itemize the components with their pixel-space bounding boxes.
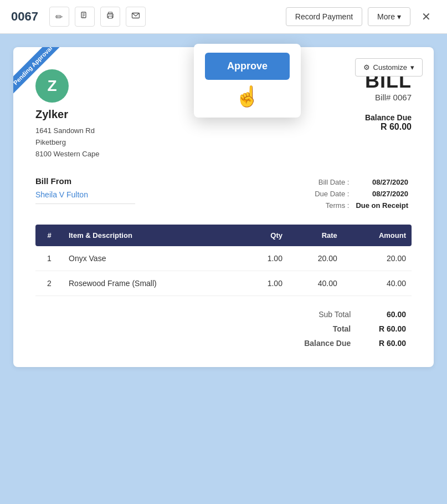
bill-from-section: Bill From Sheila V Fulton Bill Date : 08…: [35, 171, 412, 211]
item-amount: 40.00: [343, 271, 412, 296]
items-table: # Item & Description Qty Rate Amount 1 O…: [35, 225, 412, 296]
chevron-down-icon: ▾: [397, 12, 401, 21]
vendor-address-line1: 1641 Sandown Rd: [35, 125, 365, 137]
invoice-number: 0067: [11, 9, 38, 24]
col-header-rate: Rate: [288, 225, 343, 246]
col-header-num: #: [35, 225, 63, 246]
edit-button[interactable]: ✏: [49, 7, 69, 27]
vendor-address: 1641 Sandown Rd Piketberg 8100 Western C…: [35, 125, 365, 160]
approve-button[interactable]: Approve: [205, 53, 290, 80]
total-label: Total: [273, 322, 356, 336]
due-date-value: 08/27/2020: [352, 188, 412, 200]
bill-from-name[interactable]: Sheila V Fulton: [35, 190, 135, 204]
sub-total-label: Sub Total: [273, 307, 356, 322]
bill-from-label: Bill From: [35, 176, 311, 186]
terms-label: Terms :: [311, 200, 352, 211]
col-header-description: Item & Description: [63, 225, 241, 246]
col-header-qty: Qty: [241, 225, 288, 246]
item-qty: 1.00: [241, 246, 288, 271]
close-button[interactable]: ✕: [416, 7, 436, 27]
totals-section: Sub Total 60.00 Total R 60.00 Balance Du…: [35, 307, 412, 350]
total-value: R 60.00: [356, 322, 412, 336]
pending-approval-ribbon: Pending Approval: [13, 47, 63, 95]
gear-icon: ⚙: [363, 63, 370, 72]
toolbar: 0067 ✏: [0, 0, 447, 34]
balance-due-label: Balance Due: [365, 113, 412, 122]
print-icon: [106, 11, 115, 22]
balance-due-amount: R 60.00: [365, 122, 412, 132]
download-button[interactable]: [75, 7, 95, 27]
sub-total-value: 60.00: [356, 307, 412, 322]
bill-dates: Bill Date : 08/27/2020 Due Date : 08/27/…: [311, 176, 412, 211]
download-icon: [80, 11, 89, 22]
svg-rect-5: [108, 16, 112, 18]
email-button[interactable]: [126, 7, 146, 27]
bill-number: Bill# 0067: [365, 93, 412, 102]
print-button[interactable]: [100, 7, 120, 27]
bill-date-value: 08/27/2020: [352, 176, 412, 188]
cursor-hand-icon: ☝️: [235, 86, 260, 106]
item-amount: 20.00: [343, 246, 412, 271]
customize-button[interactable]: ⚙ Customize ▾: [355, 58, 423, 77]
item-description: Rosewood Frame (Small): [63, 271, 241, 296]
item-qty: 1.00: [241, 271, 288, 296]
bill-date-label: Bill Date :: [311, 176, 352, 188]
approve-popup: Approve ☝️: [194, 44, 301, 118]
item-rate: 40.00: [288, 271, 343, 296]
edit-icon: ✏: [55, 12, 63, 22]
more-button[interactable]: More ▾: [368, 7, 410, 26]
balance-due-row-label: Balance Due: [273, 336, 356, 350]
balance-due-row-value: R 60.00: [356, 336, 412, 350]
due-date-label: Due Date :: [311, 188, 352, 200]
vendor-address-line2: Piketberg: [35, 137, 365, 149]
vendor-address-line3: 8100 Western Cape: [35, 149, 365, 160]
bill-from-left: Bill From Sheila V Fulton: [35, 176, 311, 204]
item-num: 2: [35, 271, 63, 296]
email-icon: [131, 11, 140, 22]
chevron-down-icon: ▾: [410, 63, 414, 72]
table-row: 2 Rosewood Frame (Small) 1.00 40.00 40.0…: [35, 271, 412, 296]
item-num: 1: [35, 246, 63, 271]
terms-value: Due on Receipt: [352, 200, 412, 211]
item-description: Onyx Vase: [63, 246, 241, 271]
record-payment-button[interactable]: Record Payment: [286, 7, 362, 26]
item-rate: 20.00: [288, 246, 343, 271]
col-header-amount: Amount: [343, 225, 412, 246]
svg-rect-6: [108, 12, 112, 14]
svg-point-7: [112, 15, 112, 16]
table-row: 1 Onyx Vase 1.00 20.00 20.00: [35, 246, 412, 271]
ribbon-wrapper: Pending Approval: [13, 47, 80, 114]
close-icon: ✕: [422, 10, 431, 23]
